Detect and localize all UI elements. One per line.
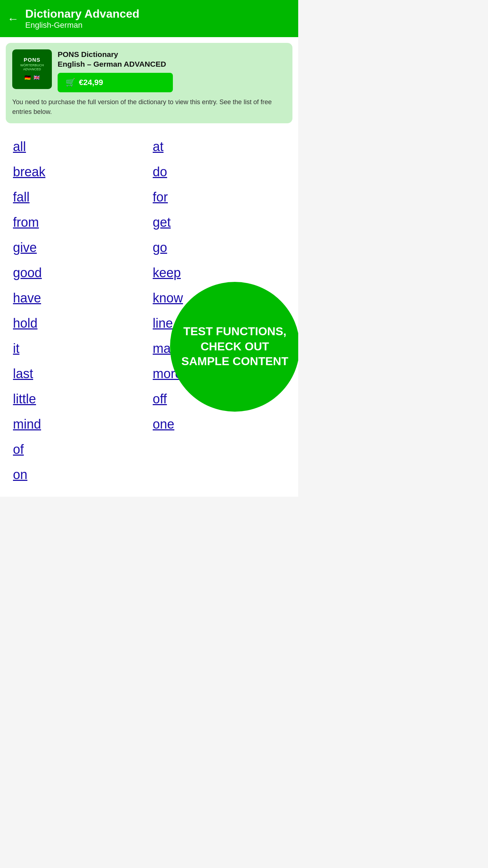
word-link-left[interactable]: good	[9, 260, 149, 285]
flag-de: 🇩🇪	[24, 74, 32, 81]
word-link-right[interactable]: for	[149, 185, 289, 210]
app-header: ← Dictionary Advanced English-German	[0, 0, 298, 37]
word-link-left[interactable]: last	[9, 361, 149, 386]
word-link-left[interactable]: have	[9, 285, 149, 311]
header-title: Dictionary Advanced	[25, 7, 139, 21]
content-wrapper: allatbreakdofallforfromgetgivegogoodkeep…	[6, 130, 292, 491]
price-label: €24,99	[79, 78, 103, 87]
word-link-right[interactable]	[149, 437, 289, 462]
main-content: PONS WÖRTERBUCHADVANCED 🇩🇪 🇬🇧 PONS Dicti…	[0, 37, 298, 497]
purchase-note: You need to purchase the full version of…	[12, 97, 286, 117]
word-link-right[interactable]: go	[149, 235, 289, 260]
word-link-left[interactable]: it	[9, 336, 149, 361]
dict-info: PONS Dictionary English – German ADVANCE…	[58, 49, 286, 92]
back-button[interactable]: ←	[7, 13, 19, 25]
dict-title: PONS Dictionary English – German ADVANCE…	[58, 49, 286, 69]
word-link-left[interactable]: give	[9, 235, 149, 260]
word-link-right[interactable]: at	[149, 134, 289, 159]
purchase-card: PONS WÖRTERBUCHADVANCED 🇩🇪 🇬🇧 PONS Dicti…	[6, 43, 292, 123]
word-link-right[interactable]: keep	[149, 260, 289, 285]
dict-name-line2: English – German ADVANCED	[58, 60, 166, 68]
word-link-left[interactable]: on	[9, 462, 149, 487]
word-link-left[interactable]: mind	[9, 412, 149, 437]
word-link-left[interactable]: hold	[9, 311, 149, 336]
app-icon-pons-label: PONS	[24, 57, 41, 63]
flag-gb: 🇬🇧	[33, 74, 41, 81]
word-link-left[interactable]: from	[9, 210, 149, 235]
header-text: Dictionary Advanced English-German	[25, 7, 139, 30]
header-subtitle: English-German	[25, 21, 139, 30]
cart-icon: 🛒	[66, 78, 75, 87]
buy-button[interactable]: 🛒 €24,99	[58, 73, 173, 92]
word-link-left[interactable]: all	[9, 134, 149, 159]
app-icon-subtitle-label: WÖRTERBUCHADVANCED	[20, 63, 44, 71]
word-link-right[interactable]: get	[149, 210, 289, 235]
word-link-left[interactable]: fall	[9, 185, 149, 210]
overlay-text: TEST FUNCTIONS, CHECK OUT SAMPLE CONTENT	[181, 324, 289, 369]
word-link-left[interactable]: little	[9, 386, 149, 412]
app-icon: PONS WÖRTERBUCHADVANCED 🇩🇪 🇬🇧	[12, 49, 52, 89]
purchase-card-top: PONS WÖRTERBUCHADVANCED 🇩🇪 🇬🇧 PONS Dicti…	[12, 49, 286, 92]
app-icon-flags: 🇩🇪 🇬🇧	[24, 74, 41, 81]
word-link-right[interactable]: one	[149, 412, 289, 437]
word-link-left[interactable]: of	[9, 437, 149, 462]
word-link-left[interactable]: break	[9, 159, 149, 185]
green-circle-overlay: TEST FUNCTIONS, CHECK OUT SAMPLE CONTENT	[170, 282, 298, 412]
word-link-right[interactable]: do	[149, 159, 289, 185]
dict-name-line1: PONS Dictionary	[58, 50, 118, 58]
word-link-right[interactable]	[149, 462, 289, 487]
